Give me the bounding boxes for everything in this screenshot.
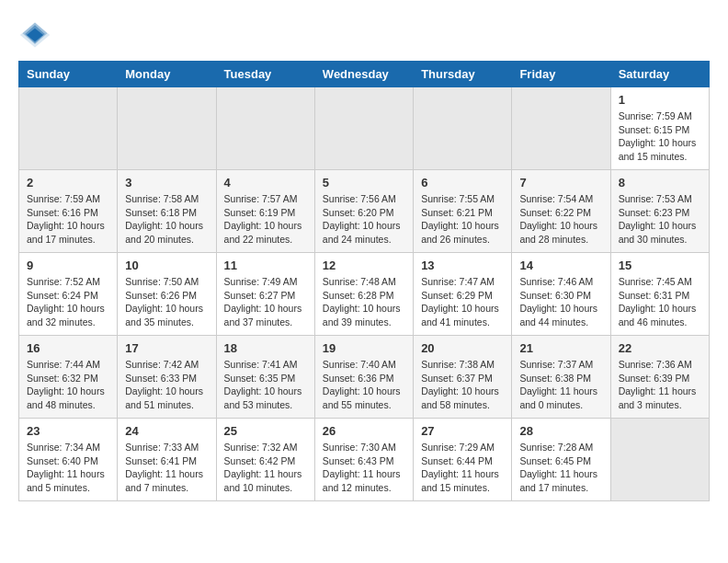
week-row-3: 9Sunrise: 7:52 AM Sunset: 6:24 PM Daylig… (19, 253, 710, 336)
calendar-cell: 19Sunrise: 7:40 AM Sunset: 6:36 PM Dayli… (314, 336, 413, 419)
day-info: Sunrise: 7:49 AM Sunset: 6:27 PM Dayligh… (224, 275, 307, 329)
calendar-cell: 13Sunrise: 7:47 AM Sunset: 6:29 PM Dayli… (414, 253, 512, 336)
day-info: Sunrise: 7:48 AM Sunset: 6:28 PM Dayligh… (323, 275, 405, 329)
calendar-cell: 9Sunrise: 7:52 AM Sunset: 6:24 PM Daylig… (19, 253, 118, 336)
day-number: 11 (224, 259, 307, 272)
day-number: 24 (125, 424, 208, 438)
day-number: 20 (421, 341, 504, 355)
day-info: Sunrise: 7:36 AM Sunset: 6:39 PM Dayligh… (619, 358, 701, 412)
day-number: 18 (224, 341, 307, 355)
day-number: 1 (619, 93, 701, 107)
logo (18, 18, 55, 52)
week-row-4: 16Sunrise: 7:44 AM Sunset: 6:32 PM Dayli… (19, 336, 710, 419)
calendar-cell: 3Sunrise: 7:58 AM Sunset: 6:18 PM Daylig… (118, 170, 216, 253)
calendar-cell: 26Sunrise: 7:30 AM Sunset: 6:43 PM Dayli… (314, 419, 413, 501)
day-number: 7 (519, 176, 602, 190)
calendar-cell: 2Sunrise: 7:59 AM Sunset: 6:16 PM Daylig… (19, 170, 118, 253)
day-number: 4 (224, 176, 307, 190)
calendar-cell (216, 87, 314, 170)
day-info: Sunrise: 7:56 AM Sunset: 6:20 PM Dayligh… (323, 192, 405, 247)
header-sunday: Sunday (19, 62, 118, 87)
calendar-cell (314, 87, 413, 170)
day-number: 8 (619, 176, 701, 190)
calendar-cell: 8Sunrise: 7:53 AM Sunset: 6:23 PM Daylig… (610, 170, 709, 253)
calendar-cell (19, 87, 118, 170)
day-info: Sunrise: 7:54 AM Sunset: 6:22 PM Dayligh… (519, 192, 602, 247)
calendar-cell: 18Sunrise: 7:41 AM Sunset: 6:35 PM Dayli… (216, 336, 314, 419)
day-number: 10 (125, 259, 208, 272)
calendar-cell: 5Sunrise: 7:56 AM Sunset: 6:20 PM Daylig… (314, 170, 413, 253)
calendar-cell (118, 87, 216, 170)
calendar-cell: 7Sunrise: 7:54 AM Sunset: 6:22 PM Daylig… (512, 170, 610, 253)
calendar-table: SundayMondayTuesdayWednesdayThursdayFrid… (18, 61, 710, 501)
day-info: Sunrise: 7:59 AM Sunset: 6:16 PM Dayligh… (27, 192, 109, 247)
day-number: 13 (421, 259, 504, 272)
calendar-cell (610, 419, 709, 501)
day-number: 28 (519, 424, 602, 438)
day-number: 25 (224, 424, 307, 438)
day-number: 2 (27, 176, 109, 190)
day-info: Sunrise: 7:34 AM Sunset: 6:40 PM Dayligh… (27, 441, 109, 495)
week-row-1: 1Sunrise: 7:59 AM Sunset: 6:15 PM Daylig… (19, 87, 710, 170)
day-info: Sunrise: 7:45 AM Sunset: 6:31 PM Dayligh… (619, 275, 701, 329)
logo-icon (18, 18, 51, 52)
day-number: 23 (27, 424, 109, 438)
calendar-cell: 16Sunrise: 7:44 AM Sunset: 6:32 PM Dayli… (19, 336, 118, 419)
calendar-cell: 10Sunrise: 7:50 AM Sunset: 6:26 PM Dayli… (118, 253, 216, 336)
calendar-cell: 17Sunrise: 7:42 AM Sunset: 6:33 PM Dayli… (118, 336, 216, 419)
day-number: 19 (323, 341, 405, 355)
calendar-cell: 14Sunrise: 7:46 AM Sunset: 6:30 PM Dayli… (512, 253, 610, 336)
day-number: 15 (619, 259, 701, 272)
day-number: 3 (125, 176, 208, 190)
header-friday: Friday (512, 62, 610, 87)
day-number: 16 (27, 341, 109, 355)
day-info: Sunrise: 7:53 AM Sunset: 6:23 PM Dayligh… (619, 192, 701, 247)
day-info: Sunrise: 7:47 AM Sunset: 6:29 PM Dayligh… (421, 275, 504, 329)
day-number: 17 (125, 341, 208, 355)
day-info: Sunrise: 7:32 AM Sunset: 6:42 PM Dayligh… (224, 441, 307, 495)
day-info: Sunrise: 7:55 AM Sunset: 6:21 PM Dayligh… (421, 192, 504, 247)
page-header (18, 18, 710, 52)
day-number: 6 (421, 176, 504, 190)
calendar-cell (512, 87, 610, 170)
day-info: Sunrise: 7:44 AM Sunset: 6:32 PM Dayligh… (27, 358, 109, 412)
calendar-cell: 4Sunrise: 7:57 AM Sunset: 6:19 PM Daylig… (216, 170, 314, 253)
day-info: Sunrise: 7:52 AM Sunset: 6:24 PM Dayligh… (27, 275, 109, 329)
day-number: 21 (519, 341, 602, 355)
day-info: Sunrise: 7:59 AM Sunset: 6:15 PM Dayligh… (619, 109, 701, 164)
calendar-header-row: SundayMondayTuesdayWednesdayThursdayFrid… (19, 62, 710, 87)
day-number: 26 (323, 424, 405, 438)
day-info: Sunrise: 7:37 AM Sunset: 6:38 PM Dayligh… (519, 358, 602, 412)
day-info: Sunrise: 7:38 AM Sunset: 6:37 PM Dayligh… (421, 358, 504, 412)
day-info: Sunrise: 7:46 AM Sunset: 6:30 PM Dayligh… (519, 275, 602, 329)
calendar-cell: 12Sunrise: 7:48 AM Sunset: 6:28 PM Dayli… (314, 253, 413, 336)
calendar-cell: 27Sunrise: 7:29 AM Sunset: 6:44 PM Dayli… (414, 419, 512, 501)
day-info: Sunrise: 7:58 AM Sunset: 6:18 PM Dayligh… (125, 192, 208, 247)
header-tuesday: Tuesday (216, 62, 314, 87)
header-monday: Monday (118, 62, 216, 87)
day-number: 27 (421, 424, 504, 438)
day-info: Sunrise: 7:42 AM Sunset: 6:33 PM Dayligh… (125, 358, 208, 412)
calendar-cell: 25Sunrise: 7:32 AM Sunset: 6:42 PM Dayli… (216, 419, 314, 501)
week-row-5: 23Sunrise: 7:34 AM Sunset: 6:40 PM Dayli… (19, 419, 710, 501)
header-wednesday: Wednesday (314, 62, 413, 87)
day-number: 5 (323, 176, 405, 190)
calendar-cell: 11Sunrise: 7:49 AM Sunset: 6:27 PM Dayli… (216, 253, 314, 336)
calendar-cell: 6Sunrise: 7:55 AM Sunset: 6:21 PM Daylig… (414, 170, 512, 253)
calendar-cell: 15Sunrise: 7:45 AM Sunset: 6:31 PM Dayli… (610, 253, 709, 336)
calendar-cell: 20Sunrise: 7:38 AM Sunset: 6:37 PM Dayli… (414, 336, 512, 419)
day-number: 14 (519, 259, 602, 272)
calendar-cell: 23Sunrise: 7:34 AM Sunset: 6:40 PM Dayli… (19, 419, 118, 501)
day-info: Sunrise: 7:30 AM Sunset: 6:43 PM Dayligh… (323, 441, 405, 495)
day-number: 12 (323, 259, 405, 272)
day-info: Sunrise: 7:50 AM Sunset: 6:26 PM Dayligh… (125, 275, 208, 329)
day-number: 22 (619, 341, 701, 355)
day-number: 9 (27, 259, 109, 272)
day-info: Sunrise: 7:57 AM Sunset: 6:19 PM Dayligh… (224, 192, 307, 247)
calendar-cell (414, 87, 512, 170)
day-info: Sunrise: 7:40 AM Sunset: 6:36 PM Dayligh… (323, 358, 405, 412)
calendar-cell: 21Sunrise: 7:37 AM Sunset: 6:38 PM Dayli… (512, 336, 610, 419)
day-info: Sunrise: 7:33 AM Sunset: 6:41 PM Dayligh… (125, 441, 208, 495)
header-saturday: Saturday (610, 62, 709, 87)
day-info: Sunrise: 7:41 AM Sunset: 6:35 PM Dayligh… (224, 358, 307, 412)
